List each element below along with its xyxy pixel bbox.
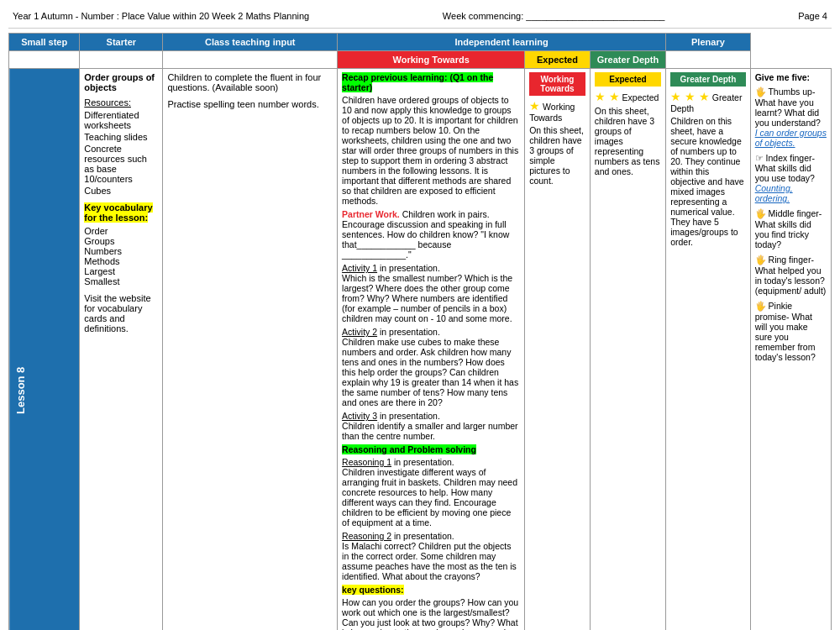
header-title: Year 1 Autumn - Number : Place Value wit… [13, 11, 309, 21]
reasoning2-label: Reasoning 2 [342, 531, 391, 541]
col-greater-depth: Greater Depth [590, 51, 665, 69]
activity3-suffix: in presentation. [380, 411, 440, 421]
plenary-cell: Give me five: 🖐 Thumbs up- What have you… [750, 69, 831, 631]
key-q-label: key questions: [342, 585, 404, 595]
col-plenary-sub [666, 51, 751, 69]
pinkie-label: 🖐 Pinkie promise- [755, 301, 793, 322]
vocab-4: Methods [84, 256, 158, 266]
main-table: Small step Starter Class teaching input … [8, 33, 832, 630]
page-wrapper: Year 1 Autumn - Number : Place Value wit… [0, 0, 840, 630]
activity2-suffix: in presentation. [380, 327, 440, 337]
small-step-title: Order groups of objects [84, 72, 158, 92]
col-expected: Expected [525, 51, 591, 69]
greater-depth-badge: Greater Depth [670, 72, 746, 87]
activity1: Activity 1 in presentation. Which is the… [342, 263, 520, 323]
header-page: Page 4 [798, 11, 827, 21]
col-starter-sub [80, 51, 163, 69]
col-starter: Starter [80, 34, 163, 51]
middle-text: What skills did you find tricky today? [755, 219, 811, 249]
recap-label: Recap previous learning: (Q1 on the star… [342, 72, 493, 92]
col-class-teaching: Class teaching input [163, 34, 338, 51]
index-text: What skills did you use today? [755, 163, 815, 183]
reasoning-label: Reasoning and Problem solving [342, 444, 476, 454]
activity2: Activity 2 in presentation. Children mak… [342, 327, 520, 407]
plenary-ring: 🖐 Ring finger- What helped you in today'… [755, 255, 827, 296]
col-independent: Independent learning [338, 34, 666, 51]
starter-para2: Practise spelling teen number words. [167, 99, 333, 109]
thumb-label: 🖐 Thumbs up- [755, 87, 816, 97]
expected-para: On this sheet, children have 3 groups of… [595, 106, 661, 176]
greater-depth-cell: Greater Depth ★ ★ ★ Greater Depth Childr… [666, 69, 751, 631]
visit-text: Visit the website for vocabulary cards a… [84, 293, 158, 333]
thumb-text: What have you learnt? What did you under… [755, 97, 821, 128]
expected-text: Expected [622, 92, 659, 102]
activity2-label: Activity 2 [342, 327, 377, 337]
activity3-text: Children identify a smaller and larger n… [342, 421, 518, 441]
starter-cell: Children to complete the fluent in four … [163, 69, 338, 631]
vocab-6: Smallest [84, 276, 158, 286]
working-towards-cell: Working Towards ★ Working Towards On thi… [525, 69, 591, 631]
ring-label: 🖐 Ring finger- [755, 255, 814, 265]
col-small-step: Small step [9, 34, 80, 51]
header-week: Week commencing: _______________________… [443, 11, 665, 21]
col-class-teaching-sub [163, 51, 338, 69]
plenary-middle: 🖐 Middle finger- What skills did you fin… [755, 208, 827, 249]
resource-2: Teaching slides [84, 132, 158, 142]
thumb-link: I can order groups of objects. [755, 128, 827, 148]
reasoning1-suffix: in presentation. [394, 457, 454, 467]
activity1-label: Activity 1 [342, 263, 377, 273]
plenary-pinkie: 🖐 Pinkie promise- What will you make sur… [755, 301, 827, 362]
key-vocab-label: Key vocabulary for the lesson: [84, 202, 152, 223]
reasoning2-text: Is Malachi correct? Children put the obj… [342, 541, 517, 581]
key-q-text: How can you order the groups? How can yo… [342, 597, 520, 630]
reasoning1: Reasoning 1 in presentation. Children in… [342, 457, 520, 528]
activity2-text: Children make use cubes to make these nu… [342, 337, 518, 407]
index-link: Counting, ordering. [755, 183, 793, 203]
plenary-title: Give me five: [755, 72, 827, 82]
expected-badge: Expected [595, 72, 661, 87]
lesson-label: Lesson 8 [9, 69, 80, 631]
activity3-label: Activity 3 [342, 411, 377, 421]
col-plenary: Plenary [666, 34, 751, 51]
plenary-index: ☞ Index finger- What skills did you use … [755, 153, 827, 203]
starter-para1: Children to complete the fluent in four … [167, 72, 333, 92]
resource-1: Differentiated worksheets [84, 110, 158, 130]
col-working-towards: Working Towards [338, 51, 525, 69]
greater-depth-para: Children on this sheet, have a secure kn… [670, 116, 746, 247]
working-towards-badge: Working Towards [529, 72, 585, 96]
resources-label: Resources: [84, 97, 158, 108]
plenary-thumb: 🖐 Thumbs up- What have you learnt? What … [755, 87, 827, 148]
middle-label: 🖐 Middle finger- [755, 208, 822, 218]
partner-work: Partner Work. Children work in pairs. En… [342, 209, 520, 260]
activity1-text: Which is the smallest number? Which is t… [342, 273, 512, 323]
activity3: Activity 3 in presentation. Children ide… [342, 411, 520, 441]
ring-text: What helped you in today's lesson? (equi… [755, 265, 827, 296]
vocab-3: Numbers [84, 246, 158, 256]
col-small-step-sub [9, 51, 80, 69]
vocab-5: Largest [84, 266, 158, 276]
working-towards-para: On this sheet, children have 3 groups of… [529, 125, 585, 186]
class-teaching-cell: Recap previous learning: (Q1 on the star… [338, 69, 525, 631]
activity1-suffix: in presentation. [380, 263, 440, 273]
vocab-2: Groups [84, 236, 158, 246]
index-label: ☞ Index finger- [755, 153, 815, 163]
resource-3: Concrete resources such as base 10/count… [84, 144, 158, 184]
reasoning1-label: Reasoning 1 [342, 457, 391, 467]
resource-4: Cubes [84, 186, 158, 196]
reasoning1-text: Children investigate different ways of a… [342, 467, 517, 528]
page-header: Year 1 Autumn - Number : Place Value wit… [8, 4, 832, 29]
reasoning2-suffix: in presentation. [394, 531, 454, 541]
small-step-cell: Order groups of objects Resources: Diffe… [80, 69, 163, 631]
partner-label: Partner Work. [342, 209, 400, 219]
class-para1: Children have ordered groups of objects … [342, 95, 520, 206]
reasoning2: Reasoning 2 in presentation. Is Malachi … [342, 531, 520, 581]
vocab-1: Order [84, 226, 158, 236]
expected-cell: Expected ★ ★ Expected On this sheet, chi… [590, 69, 665, 631]
